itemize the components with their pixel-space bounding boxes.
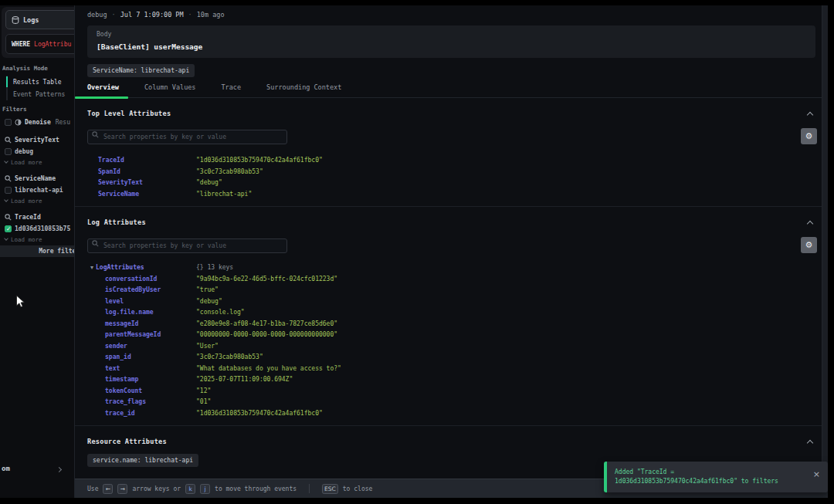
load-more-link[interactable]: Load more — [5, 157, 74, 167]
attribute-key[interactable]: TraceId — [98, 155, 196, 167]
filter-option-checkbox[interactable] — [5, 187, 12, 194]
filter-group-header[interactable]: SeverityText — [5, 134, 74, 145]
filter-group-header[interactable]: ServiceName — [5, 173, 74, 184]
attribute-key[interactable]: span_id — [105, 352, 196, 364]
expander-triangle-icon[interactable]: ▾ — [90, 264, 93, 271]
analysis-mode-item[interactable]: Results Table — [8, 76, 74, 88]
logs-source-button[interactable]: Logs — [5, 10, 74, 29]
tab[interactable]: Column Values — [144, 83, 196, 97]
denoise-results-option[interactable]: Denoise Resu — [5, 117, 74, 128]
active-tab-underline — [75, 96, 128, 99]
j-key: j — [200, 484, 210, 494]
load-more-label: Load more — [11, 236, 42, 243]
attribute-key[interactable]: tokenCount — [105, 386, 196, 397]
filter-option-checkbox[interactable] — [5, 225, 12, 232]
attribute-value[interactable]: "9a94bc9a-6e22-46d5-bffc-024cfc01223d" — [196, 274, 828, 286]
tab-label: Overview — [87, 83, 119, 91]
attribute-key[interactable]: trace_id — [105, 408, 196, 420]
attribute-key[interactable]: isCreatedByUser — [105, 285, 196, 296]
attribute-value[interactable]: "3c0c73cab980ab53" — [196, 167, 828, 178]
chevron-right-icon[interactable] — [56, 467, 62, 472]
gear-icon[interactable]: ⚙ — [801, 128, 817, 144]
attribute-row: ServiceName "librechat-api" — [98, 189, 828, 201]
collapse-chevron-up-icon[interactable] — [807, 112, 813, 118]
section-title: Top Level Attributes — [87, 110, 171, 117]
attribute-value[interactable]: "What databases do you have access to?" — [196, 364, 828, 375]
tab[interactable]: Overview — [87, 83, 119, 97]
denoise-checkbox[interactable] — [5, 119, 12, 126]
load-more-label: Load more — [11, 159, 42, 166]
gear-icon[interactable]: ⚙ — [801, 237, 817, 253]
collapse-chevron-up-icon[interactable] — [807, 440, 813, 446]
filter-option[interactable]: debug — [5, 146, 74, 157]
search-icon — [5, 137, 12, 144]
attribute-key[interactable]: SeverityText — [98, 178, 196, 189]
collapse-chevron-up-icon[interactable] — [807, 221, 813, 227]
hint-text: Use — [87, 485, 98, 492]
k-key: k — [185, 484, 195, 494]
attribute-value[interactable]: "1d036d310853b759470c42a4af61fbc0" — [196, 408, 828, 420]
attribute-value[interactable]: "12" — [196, 386, 828, 397]
attribute-value[interactable]: "3c0c73cab980ab53" — [196, 352, 828, 364]
attribute-key[interactable]: LogAttributes — [96, 264, 144, 271]
hint-text: to move through events — [215, 485, 297, 492]
toast-message-line2: 1d036d310853b759470c42a4af61fbc0" to fil… — [615, 477, 809, 486]
attribute-row: trace_flags "01" — [105, 397, 828, 408]
tab-label: Surrounding Context — [266, 83, 341, 91]
filter-group-header[interactable]: TraceId — [5, 211, 74, 222]
analysis-mode-item[interactable]: Event Patterns — [8, 88, 74, 100]
where-query-input[interactable]: WHERE LogAttribu — [5, 34, 74, 54]
attribute-row: timestamp "2025-07-07T11:09:00.694Z" — [105, 374, 828, 386]
attribute-key[interactable]: conversationId — [105, 274, 196, 286]
attribute-value[interactable]: "e280e9e8-af08-4e17-b1ba-7827ce85d6e0" — [196, 319, 828, 330]
section-title: Resource Attributes — [87, 438, 167, 445]
attribute-value[interactable]: "true" — [196, 285, 828, 296]
attribute-row: level "debug" — [105, 296, 828, 308]
toast-message: Added "TraceId = 1d036d310853b759470c42a… — [607, 462, 813, 492]
filter-option-label: debug — [15, 148, 33, 155]
drawer-scrollbar[interactable] — [822, 5, 828, 479]
attributes-search-input[interactable] — [87, 130, 287, 144]
load-more-link[interactable]: Load more — [5, 235, 74, 244]
attribute-value[interactable]: "console.log" — [196, 307, 828, 319]
resource-attribute-chip[interactable]: service.name: librechat-api — [87, 454, 198, 467]
filter-option[interactable]: librechat-api — [5, 184, 74, 196]
load-more-link[interactable]: Load more — [5, 196, 74, 205]
filter-groups: SeverityText debug Load more — [0, 134, 74, 244]
denoise-label-rest: Resu — [56, 119, 70, 126]
attribute-key[interactable]: timestamp — [105, 374, 196, 386]
tab[interactable]: Trace — [221, 83, 241, 97]
attribute-key[interactable]: text — [105, 364, 196, 375]
attribute-value[interactable]: "1d036d310853b759470c42a4af61fbc0" — [196, 155, 828, 167]
attribute-value[interactable]: "01" — [196, 397, 828, 408]
attribute-value[interactable]: "debug" — [196, 296, 828, 308]
attribute-key[interactable]: parentMessageId — [105, 330, 196, 341]
log-detail-header: debug · Jul 7 1:09:00 PM · 10m ago — [75, 5, 828, 22]
attributes-search-input[interactable] — [87, 238, 287, 253]
attribute-value[interactable]: "2025-07-07T11:09:00.694Z" — [196, 374, 828, 386]
search-icon — [92, 131, 99, 138]
attribute-key[interactable]: level — [105, 296, 196, 308]
log-attributes-root-row: ▾LogAttributes {} 13 keys — [90, 262, 828, 274]
more-filters-button[interactable]: More filters — [0, 245, 74, 257]
toast-close-button[interactable]: × — [813, 462, 828, 492]
attribute-key[interactable]: sender — [105, 341, 196, 353]
query-panel: Logs WHERE LogAttribu — [2, 7, 74, 58]
attribute-value[interactable]: "debug" — [196, 178, 828, 189]
attribute-key[interactable]: messageId — [105, 319, 196, 330]
load-more-label: Load more — [11, 198, 42, 205]
attribute-key[interactable]: SpanId — [98, 167, 196, 178]
log-body-panel: Body [BaseClient] userMessage — [87, 25, 815, 58]
filter-option-checkbox[interactable] — [5, 148, 12, 155]
attribute-value[interactable]: "User" — [196, 341, 828, 353]
filter-group-name: SeverityText — [15, 137, 59, 144]
service-name-chip[interactable]: ServiceName: librechat-api — [87, 64, 195, 77]
attribute-value[interactable]: "librechat-api" — [196, 189, 828, 201]
attribute-value[interactable]: "00000000-0000-0000-0000-000000000000" — [196, 330, 828, 341]
attribute-key[interactable]: log.file.name — [105, 307, 196, 319]
filter-option[interactable]: 1d036d310853b75 — [5, 223, 74, 235]
attribute-key[interactable]: ServiceName — [98, 189, 196, 201]
tab[interactable]: Surrounding Context — [266, 83, 341, 97]
attribute-key[interactable]: trace_flags — [105, 397, 196, 408]
esc-key: ESC — [322, 484, 338, 494]
